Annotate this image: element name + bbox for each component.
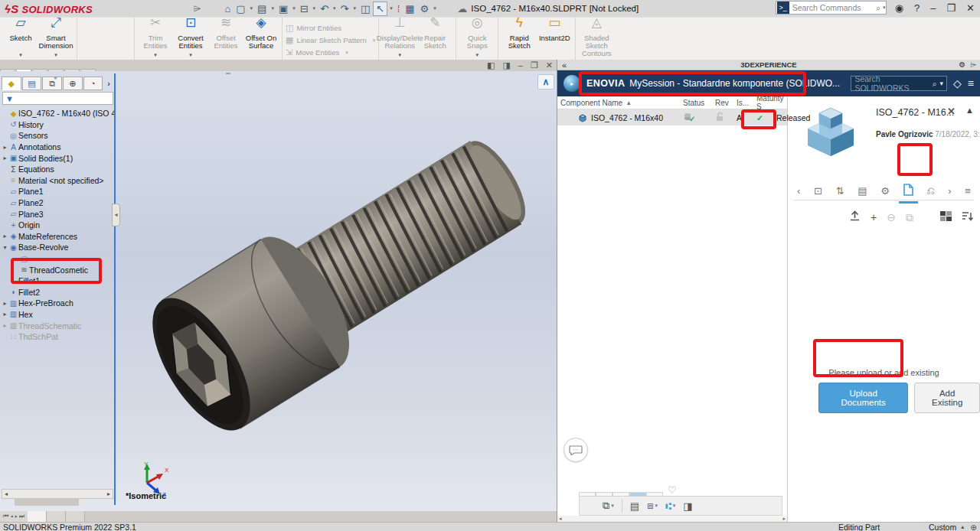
tree-item[interactable]: ◎ Sensors [2,130,116,142]
tasks-tab-icon[interactable]: ▤ [854,184,870,198]
tree-item[interactable]: ↺ History [2,119,116,131]
traffic-light-icon[interactable]: ⁞ [395,2,403,15]
sketch-button[interactable]: ▱ Sketch▾ [3,19,38,59]
sketch-entity-tool[interactable] [80,20,97,33]
dx-search-icon[interactable]: ⌕ [933,79,937,89]
tree-view-icon[interactable]: ⑆▾ [665,500,675,512]
display-delete-relations-button[interactable]: ⊥ Display/Delete Relations▾ [382,19,417,59]
taskpane-collapse-arrow[interactable]: ∧ [537,74,554,90]
sketch-entity-tool[interactable] [114,46,131,59]
doc-minimize-icon[interactable]: – [518,60,523,70]
paste-icon[interactable]: ⧉ [906,211,913,224]
select-arrow-icon[interactable]: ↖ [373,2,387,16]
menu-item[interactable] [109,7,123,10]
mirror-entities-button[interactable]: ◫ Mirror Entities [286,22,375,34]
doc-restore-icon[interactable]: ❐ [531,60,538,70]
org-chart-view-icon[interactable]: ⧈▾ [647,500,658,512]
tree-item[interactable]: Σ Equations [2,164,116,175]
repair-sketch-button[interactable]: ✎ Repair Sketch [417,19,452,59]
shaded-sketch-contours-button[interactable]: ◬ Shaded Sketch Contours [579,19,614,59]
document-view-tab[interactable] [28,511,47,522]
tree-item[interactable]: ≡ Material <not specified> [2,175,116,187]
dimxpert-manager-tab[interactable]: ⊕ [63,77,83,90]
dx-search-dropdown[interactable]: ▾ [940,80,944,87]
tree-item[interactable]: ▱ Plane2 [2,197,116,209]
comments-tab-icon[interactable]: ⊡ [811,184,825,198]
upload-icon[interactable] [849,210,861,224]
offset-entities-button[interactable]: ≋ Offset Entities [208,19,243,59]
task-list-icon[interactable]: ▦ [403,2,416,15]
configuration-manager-tab[interactable]: ⧉ [42,77,62,90]
sort-filter-icon[interactable] [962,211,974,224]
convert-entities-button[interactable]: ⊡ Convert Entities▾ [173,19,208,59]
help-icon[interactable]: ? [912,2,922,14]
detail-collapse-icon[interactable]: ▲ [965,106,974,115]
document-view-tab[interactable] [66,511,85,522]
scrollbar-thumb[interactable] [15,499,79,506]
print-icon[interactable]: ⊟ [298,2,311,15]
upload-documents-button[interactable]: Upload Documents [818,383,908,413]
scroll-left-arrow[interactable]: ◂ [2,490,10,497]
sketch-entity-tool[interactable] [97,20,114,33]
tag-icon[interactable]: ◇ [953,77,962,90]
documents-tab-icon[interactable] [900,182,916,200]
solidworks-search-box[interactable]: Search SOLIDWORKS ⌕ ▾ [851,76,947,91]
manager-tabs-overflow[interactable]: › [103,77,114,90]
split-panel-view-icon[interactable]: ◨ [683,500,692,512]
column-component-name[interactable]: Component Name▲ [560,99,683,107]
tabs-menu-icon[interactable]: ≡ [962,184,974,198]
sketch-entity-tool[interactable] [114,20,131,33]
menu-item[interactable] [123,7,137,10]
right-panel-toggle-icon[interactable]: ◨ [502,60,510,70]
tree-item[interactable]: ◆ ISO_4762 - M16x40 (ISO 4762 - M16x40 [2,108,116,119]
display-manager-tab[interactable]: ◔ [83,77,103,90]
tree-item[interactable]: ∷ ThdSchPat [2,331,116,343]
tree-item[interactable]: ◗ Fillet1 [2,275,116,287]
property-manager-tab[interactable]: ▤ [22,77,42,90]
layout-toggle-icon[interactable] [940,211,952,223]
dx-scroll-right[interactable]: ▸ [782,516,786,522]
menu-item[interactable] [151,7,165,10]
document-view-tab[interactable] [47,511,66,522]
new-document-icon[interactable]: ▢ [234,2,247,15]
doc-close-icon[interactable]: ✕ [546,60,553,70]
tree-item[interactable]: ▾ ◉ Base-Revolve [2,242,116,253]
hamburger-menu-icon[interactable]: ≡ [968,77,974,90]
tree-item[interactable]: ▢ [2,253,116,265]
tree-item[interactable]: ▸ A Annotations [2,142,116,153]
menu-item[interactable] [178,7,192,10]
column-maturity[interactable]: Maturity S [756,94,787,111]
tree-flyout-collapse-tab[interactable]: ◂ [112,204,120,226]
rapid-sketch-button[interactable]: ϟ Rapid Sketch [501,19,537,59]
viewport-layout-icon[interactable]: ◫ [358,2,372,15]
panel-collapse-icon[interactable]: « [557,60,571,70]
open-icon[interactable]: ▤ [255,2,269,15]
panel-splitter-handle[interactable]: ● [54,74,57,81]
units-dropdown-icon[interactable]: ▴ [961,523,964,530]
menu-item[interactable] [165,7,178,10]
component-thumbnail[interactable] [799,106,863,165]
tree-item[interactable]: ▸ ▥ Hex [2,309,116,321]
tree-item[interactable]: ▸ ▥ ThreadSchematic [2,320,116,331]
menu-item[interactable] [137,7,151,10]
add-existing-button[interactable]: Add Existing [914,383,980,413]
column-rev[interactable]: Rev [715,99,737,107]
3dexperience-compass-icon[interactable]: ▸ [564,75,580,92]
undo-icon[interactable]: ↶ [318,2,331,15]
tabs-scroll-left-icon[interactable]: ‹ [794,184,803,198]
detail-close-icon[interactable]: ✕ [947,106,956,117]
attachments-tab-icon[interactable]: ⎌ [923,184,937,199]
user-avatar-icon[interactable]: ◉ [893,2,906,14]
pin-menu-icon[interactable]: ⌲ [194,3,201,14]
tree-item[interactable]: ◗ Fillet2 [2,287,116,298]
sketch-entity-tool[interactable] [80,33,97,46]
quick-snaps-button[interactable]: ◎ Quick Snaps▾ [459,19,495,59]
favorites-heart-icon[interactable]: ♡ [668,484,677,496]
tree-item[interactable]: ≋ ThreadCosmetic [2,264,116,275]
add-plus-icon[interactable]: + [871,211,877,223]
tree-horizontal-scrollbar[interactable]: ◂ ▸ [2,489,113,499]
tree-item[interactable]: ▸ ▣ Solid Bodies(1) [2,152,116,164]
panel-settings-gear-icon[interactable]: ⚙ [959,60,965,70]
session-selector[interactable]: ENOVIA MySession - Standardne komponente… [586,78,843,89]
offset-on-surface-button[interactable]: ◈ Offset On Surface [243,19,279,59]
